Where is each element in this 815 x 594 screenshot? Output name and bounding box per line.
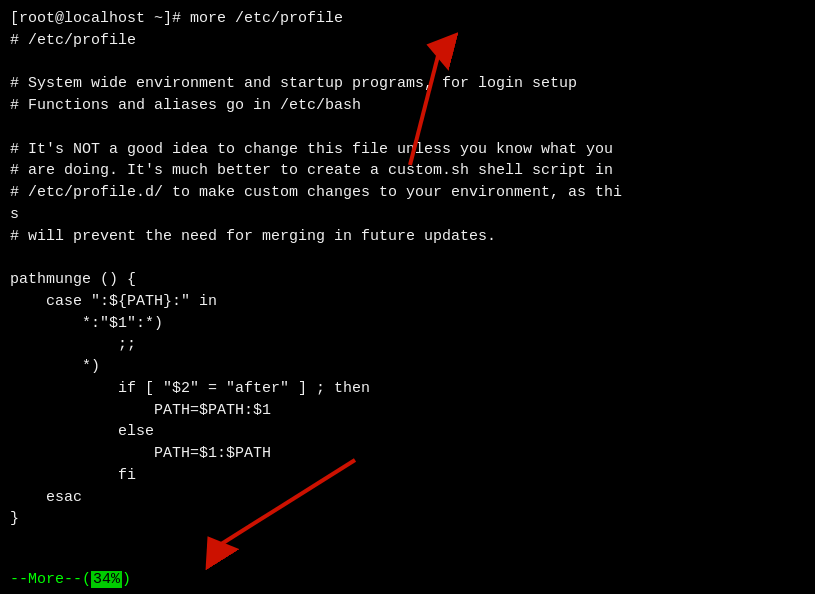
terminal-line: s xyxy=(10,204,805,226)
terminal-line: # are doing. It's much better to create … xyxy=(10,160,805,182)
terminal-line: fi xyxy=(10,465,805,487)
terminal-line: else xyxy=(10,421,805,443)
terminal-line-empty xyxy=(10,52,805,74)
terminal-line: *) xyxy=(10,356,805,378)
terminal-line: # Functions and aliases go in /etc/bash xyxy=(10,95,805,117)
more-label: --More--( xyxy=(10,571,91,588)
terminal-line: } xyxy=(10,508,805,530)
terminal-line: # System wide environment and startup pr… xyxy=(10,73,805,95)
terminal-line: esac xyxy=(10,487,805,509)
terminal-line: *:"$1":*) xyxy=(10,313,805,335)
terminal-window: [root@localhost ~]# more /etc/profile # … xyxy=(0,0,815,594)
more-status-bar: --More--(34%) xyxy=(10,571,131,588)
terminal-line: if [ "$2" = "after" ] ; then xyxy=(10,378,805,400)
terminal-content: [root@localhost ~]# more /etc/profile # … xyxy=(10,8,805,530)
terminal-line: [root@localhost ~]# more /etc/profile xyxy=(10,8,805,30)
terminal-line: pathmunge () { xyxy=(10,269,805,291)
terminal-line-empty xyxy=(10,117,805,139)
terminal-line: ;; xyxy=(10,334,805,356)
terminal-line: PATH=$1:$PATH xyxy=(10,443,805,465)
terminal-line: # will prevent the need for merging in f… xyxy=(10,226,805,248)
terminal-line: # /etc/profile.d/ to make custom changes… xyxy=(10,182,805,204)
terminal-line: # It's NOT a good idea to change this fi… xyxy=(10,139,805,161)
terminal-line: case ":${PATH}:" in xyxy=(10,291,805,313)
terminal-line-empty xyxy=(10,247,805,269)
more-percent: 34% xyxy=(91,571,122,588)
terminal-line: PATH=$PATH:$1 xyxy=(10,400,805,422)
terminal-line: # /etc/profile xyxy=(10,30,805,52)
more-close: ) xyxy=(122,571,131,588)
